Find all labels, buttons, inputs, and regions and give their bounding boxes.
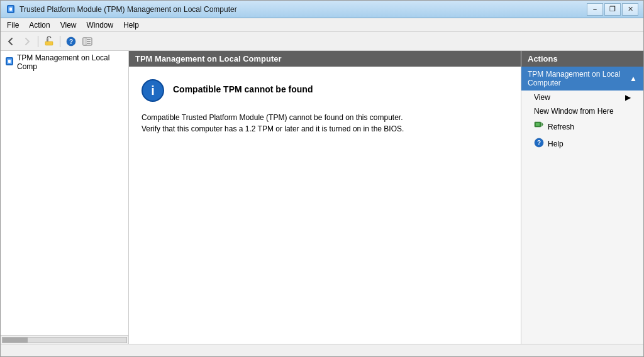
help-icon: ? [534,138,544,150]
toolbar: ? [1,32,643,51]
sidebar-scrollbar[interactable] [1,335,128,344]
actions-tpm-header[interactable]: TPM Management on Local Computer ▲ [521,67,643,91]
up-button[interactable] [42,34,57,49]
svg-text:?: ? [69,38,73,45]
action-refresh[interactable]: Refresh [521,118,643,135]
window-controls: − ❐ ✕ [587,3,638,16]
menu-bar: File Action View Window Help [1,18,643,32]
toolbar-separator-1 [38,36,38,47]
help-toolbar-button[interactable]: ? [64,34,79,49]
main-area: TPM Management on Local Comp TPM Managem… [1,51,643,344]
sidebar-container: TPM Management on Local Comp [1,51,128,344]
sidebar: TPM Management on Local Comp [1,51,129,344]
forward-button[interactable] [19,34,35,49]
svg-rect-16 [536,123,540,126]
status-bar [1,344,643,357]
error-description: Compatible Trusted Platform Module (TPM)… [142,112,418,135]
action-help-label: Help [548,140,564,148]
action-view-label: View [534,93,550,102]
menu-action[interactable]: Action [24,18,55,31]
content-body: i Compatible TPM cannot be found Compati… [129,67,521,344]
action-new-window[interactable]: New Window from Here [521,104,643,118]
error-section: i Compatible TPM cannot be found [142,79,508,102]
content-header: TPM Management on Local Computer [129,51,521,67]
menu-help[interactable]: Help [118,18,144,31]
back-button[interactable] [3,34,18,49]
actions-collapse-icon: ▲ [630,74,637,83]
show-hide-button[interactable] [80,34,95,49]
title-bar: Trusted Platform Module (TPM) Management… [1,1,643,18]
menu-view[interactable]: View [55,18,82,31]
svg-rect-4 [47,38,48,41]
action-view[interactable]: View ▶ [521,91,643,104]
toolbar-separator-2 [60,36,60,47]
title-left: Trusted Platform Module (TPM) Management… [6,4,237,14]
tpm-node-icon [4,57,14,69]
action-help[interactable]: ? Help [521,135,643,152]
refresh-icon [534,121,544,133]
content-panel: TPM Management on Local Computer i Compa… [129,51,521,344]
title-icon [6,4,16,14]
sidebar-item-tpm[interactable]: TPM Management on Local Comp [1,51,128,74]
horizontal-scroll-track[interactable] [2,337,127,343]
maximize-button[interactable]: ❐ [604,3,621,16]
sidebar-item-label: TPM Management on Local Comp [17,53,125,71]
actions-panel: Actions TPM Management on Local Computer… [521,51,643,344]
action-new-window-label: New Window from Here [534,107,614,116]
svg-rect-2 [9,8,12,11]
actions-tpm-title: TPM Management on Local Computer [528,70,630,87]
action-view-arrow: ▶ [625,93,631,102]
menu-file[interactable]: File [2,18,24,31]
info-icon: i [142,79,164,102]
svg-rect-8 [83,38,86,45]
svg-rect-3 [45,41,53,45]
actions-header: Actions [521,51,643,67]
sidebar-content: TPM Management on Local Comp [1,51,128,335]
svg-rect-14 [8,60,11,63]
action-refresh-label: Refresh [548,123,574,131]
close-button[interactable]: ✕ [622,3,638,16]
minimize-button[interactable]: − [587,3,603,16]
error-title: Compatible TPM cannot be found [173,79,313,94]
menu-window[interactable]: Window [82,18,119,31]
svg-marker-17 [541,122,543,127]
svg-text:?: ? [537,140,541,146]
title-text: Trusted Platform Module (TPM) Management… [19,5,237,14]
horizontal-scroll-thumb[interactable] [3,338,28,343]
